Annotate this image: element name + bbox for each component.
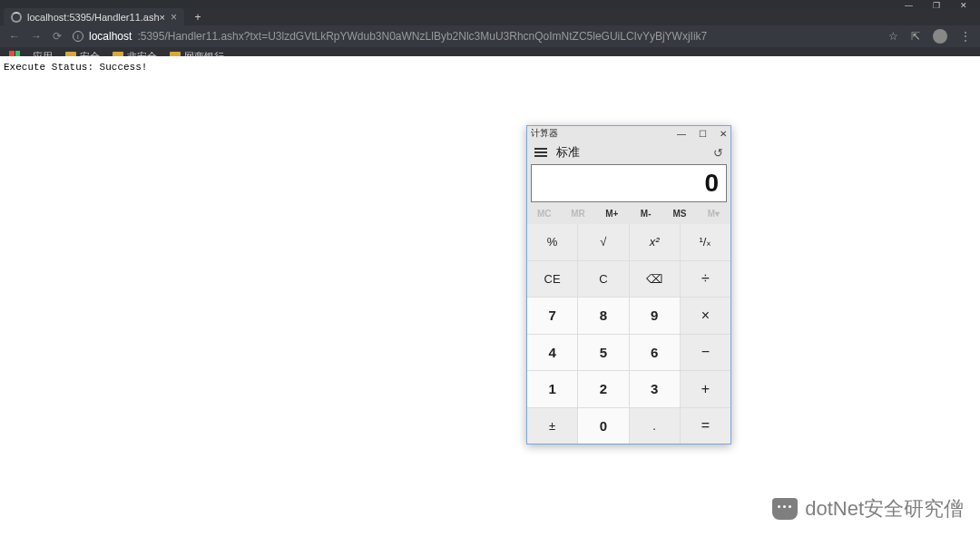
btn-subtract[interactable]: − (681, 335, 730, 371)
profile-avatar-icon[interactable] (933, 29, 947, 44)
btn-add[interactable]: + (681, 371, 730, 407)
browser-tabstrip: localhost:5395/Handler11.ash× × + (0, 8, 980, 25)
btn-4[interactable]: 4 (527, 335, 577, 371)
calc-mode-bar: 标准 ↺ (527, 141, 730, 164)
calc-maximize-icon[interactable]: ☐ (699, 129, 707, 139)
btn-ce[interactable]: CE (527, 261, 577, 298)
mem-ms[interactable]: MS (662, 202, 696, 224)
btn-c[interactable]: C (578, 261, 628, 298)
nav-back-icon[interactable]: ← (9, 30, 20, 43)
calc-minimize-icon[interactable]: — (677, 129, 686, 139)
mem-mc: MC (527, 202, 561, 224)
calc-keypad: % √ x² ¹/ₓ CE C ⌫ ÷ 7 8 9 × 4 5 6 − 1 2 … (527, 224, 730, 444)
bookmark-star-icon[interactable]: ☆ (888, 30, 898, 43)
watermark: dotNet安全研究僧 (772, 495, 964, 522)
url-field[interactable]: i localhost :5395/Handler11.ashx?txt=U3l… (73, 30, 877, 43)
btn-reciprocal[interactable]: ¹/ₓ (681, 224, 730, 260)
btn-2[interactable]: 2 (578, 371, 628, 407)
window-controls: — ❐ ✕ (905, 0, 980, 10)
nav-reload-icon[interactable]: ⟳ (53, 30, 62, 43)
btn-equals[interactable]: = (681, 408, 730, 444)
browser-tab-active[interactable]: localhost:5395/Handler11.ash× × (4, 8, 184, 25)
tab-title: localhost:5395/Handler11.ash× (27, 12, 165, 23)
browser-address-bar: ← → ⟳ i localhost :5395/Handler11.ashx?t… (0, 25, 980, 47)
nav-forward-icon[interactable]: → (31, 30, 42, 43)
window-titlebar (0, 0, 980, 8)
btn-percent[interactable]: % (527, 224, 577, 260)
calc-mode-label: 标准 (556, 144, 580, 161)
calc-history-icon[interactable]: ↺ (713, 146, 723, 160)
mem-mminus[interactable]: M- (629, 202, 662, 224)
btn-1[interactable]: 1 (527, 371, 577, 407)
calc-title: 计算器 (531, 127, 558, 140)
calc-display: 0 (531, 164, 727, 202)
btn-3[interactable]: 3 (630, 371, 680, 407)
url-path: :5395/Handler11.ashx?txt=U3lzdGVtLkRpYWd… (137, 30, 707, 43)
btn-negate[interactable]: ± (527, 408, 577, 444)
mem-mlist: M▾ (697, 202, 730, 224)
calc-memory-row: MC MR M+ M- MS M▾ (527, 202, 730, 224)
calc-close-icon[interactable]: ✕ (720, 129, 727, 139)
window-close[interactable]: ✕ (960, 1, 967, 10)
btn-8[interactable]: 8 (578, 298, 628, 334)
calculator-window: 计算器 — ☐ ✕ 标准 ↺ 0 MC MR M+ M- MS M▾ % √ x… (526, 125, 731, 444)
btn-6[interactable]: 6 (630, 335, 680, 371)
browser-menu-icon[interactable]: ⋮ (960, 30, 971, 43)
url-host: localhost (89, 30, 132, 43)
wechat-icon (772, 498, 798, 520)
btn-0[interactable]: 0 (578, 408, 628, 444)
tab-close-icon[interactable]: × (171, 11, 177, 24)
devtools-icon[interactable]: ⇱ (911, 30, 920, 43)
site-info-icon[interactable]: i (73, 31, 83, 42)
window-minimize[interactable]: — (905, 1, 913, 10)
btn-square[interactable]: x² (630, 224, 680, 260)
mem-mr: MR (561, 202, 594, 224)
calc-titlebar[interactable]: 计算器 — ☐ ✕ (527, 126, 730, 141)
btn-divide[interactable]: ÷ (681, 261, 730, 298)
execute-status-text: Execute Status: Success! (0, 56, 980, 78)
mem-mplus[interactable]: M+ (595, 202, 629, 224)
btn-9[interactable]: 9 (630, 298, 680, 334)
btn-multiply[interactable]: × (681, 298, 730, 334)
calc-menu-icon[interactable] (534, 148, 547, 157)
btn-backspace[interactable]: ⌫ (630, 261, 680, 298)
watermark-text: dotNet安全研究僧 (805, 495, 964, 522)
page-content: Execute Status: Success! (0, 56, 980, 537)
new-tab-button[interactable]: + (190, 9, 206, 25)
tab-loading-icon (11, 12, 22, 23)
window-maximize[interactable]: ❐ (933, 1, 940, 10)
btn-7[interactable]: 7 (527, 298, 577, 334)
btn-decimal[interactable]: . (630, 408, 680, 444)
btn-5[interactable]: 5 (578, 335, 628, 371)
btn-sqrt[interactable]: √ (578, 224, 628, 260)
